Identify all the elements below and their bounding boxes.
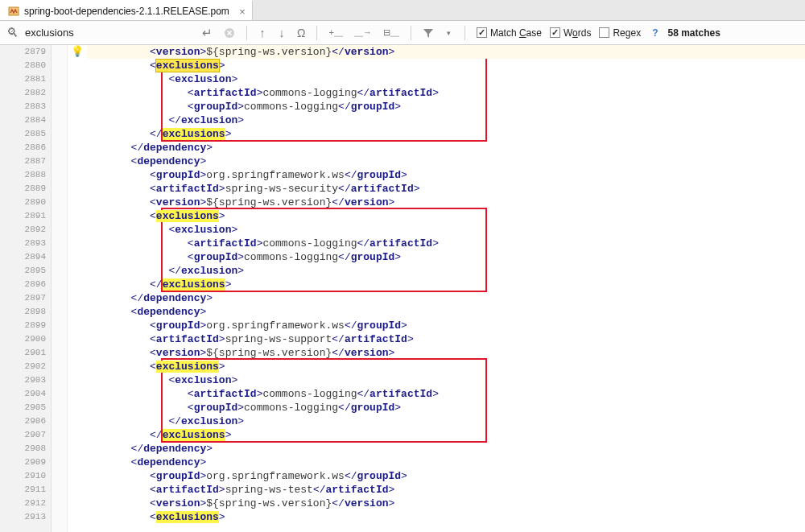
words-checkbox[interactable]: Words [550,27,591,39]
match-case-checkbox[interactable]: Match Case [477,27,542,39]
clear-search-button[interactable] [221,25,238,41]
regex-checkbox[interactable]: Regex [599,27,641,39]
code-line[interactable]: <groupId>org.springframework.ws</groupId… [87,319,805,332]
filter-icon[interactable] [419,25,437,41]
code-line[interactable]: <artifactId>commons-logging</artifactId> [87,237,805,250]
code-line[interactable]: <version>${spring-ws.version}</version> [87,196,805,209]
tab-title: spring-boot-dependencies-2.1.1.RELEASE.p… [24,6,229,17]
code-line[interactable]: </dependency> [87,442,805,456]
search-input[interactable]: exclusions [25,27,194,39]
line-number: 2894 [0,250,46,264]
search-icon: 🔍︎ [6,26,19,39]
checkbox-checked-icon [477,27,487,38]
next-match-button[interactable]: ↓ [275,25,289,41]
svg-rect-0 [9,7,19,15]
add-selection-button[interactable]: +⸏ [325,25,345,41]
code-line[interactable]: <artifactId>commons-logging</artifactId> [87,86,805,100]
code-line[interactable]: <exclusions> [87,59,805,72]
code-line[interactable]: </dependency> [87,141,805,155]
icon-gutter [68,45,87,532]
line-number: 2887 [0,155,46,168]
line-number: 2895 [0,264,46,278]
code-line[interactable]: <version>${spring-ws.version}</version> [87,346,805,360]
line-number: 2902 [0,360,46,373]
line-number: 2885 [0,127,46,141]
line-number: 2899 [0,319,46,332]
code-line[interactable]: <version>${spring-ws.version}</version> [87,45,805,59]
line-number: 2897 [0,291,46,305]
line-number: 2891 [0,209,46,223]
line-number: 2890 [0,196,46,209]
line-number: 2905 [0,401,46,414]
code-line[interactable]: <exclusion> [87,373,805,387]
code-line[interactable]: <exclusion> [87,72,805,86]
line-number: 2896 [0,278,46,291]
code-line[interactable]: <artifactId>commons-logging</artifactId> [87,387,805,401]
code-line[interactable]: <dependency> [87,155,805,168]
line-number: 2906 [0,414,46,428]
divider [411,26,411,40]
code-line[interactable]: </exclusions> [87,127,805,141]
code-line[interactable]: </exclusion> [87,264,805,278]
editor[interactable]: 2879288028812882288328842885288628872888… [0,45,805,532]
code-line[interactable]: <artifactId>spring-ws-security</artifact… [87,182,805,196]
code-line[interactable]: <groupId>commons-logging</groupId> [87,100,805,113]
code-line[interactable]: <groupId>commons-logging</groupId> [87,401,805,414]
code-line[interactable]: <artifactId>spring-ws-test</artifactId> [87,483,805,497]
enter-icon[interactable]: ↵ [199,25,216,41]
checkbox-checked-icon [550,27,560,38]
code-line[interactable]: <dependency> [87,456,805,469]
code-line[interactable]: <groupId>commons-logging</groupId> [87,250,805,264]
code-area[interactable]: <version>${spring-ws.version}</version> … [87,45,805,532]
line-number: 2903 [0,373,46,387]
checkbox-unchecked-icon [599,27,609,38]
line-number: 2889 [0,182,46,196]
line-number: 2911 [0,483,46,497]
line-number: 2910 [0,469,46,483]
code-line[interactable]: <groupId>org.springframework.ws</groupId… [87,469,805,483]
close-icon[interactable]: × [239,6,246,16]
line-number: 2883 [0,100,46,113]
line-number: 2913 [0,510,46,524]
line-number: 2879 [0,45,46,59]
code-line[interactable]: <artifactId>spring-ws-support</artifactI… [87,332,805,346]
code-line[interactable]: <exclusions> [87,510,805,524]
help-icon[interactable]: ? [652,27,658,39]
line-number: 2880 [0,59,46,72]
code-line[interactable]: <version>${spring-ws.version}</version> [87,497,805,510]
code-line[interactable]: <exclusion> [87,223,805,237]
lightbulb-icon[interactable]: 💡 [71,45,84,59]
remove-selection-button[interactable]: ⸏→ [351,25,375,41]
code-line[interactable]: </exclusion> [87,414,805,428]
prev-match-button[interactable]: ↑ [255,25,270,41]
line-number-gutter: 2879288028812882288328842885288628872888… [0,45,52,532]
divider [316,26,317,40]
code-line[interactable]: <groupId>org.springframework.ws</groupId… [87,168,805,182]
code-line[interactable]: <dependency> [87,305,805,319]
line-number: 2901 [0,346,46,360]
exclude-button[interactable]: ⊟⸏ [380,25,402,41]
line-number: 2882 [0,86,46,100]
line-number: 2898 [0,305,46,319]
line-number: 2893 [0,237,46,250]
code-line[interactable]: </exclusions> [87,428,805,442]
match-count: 58 matches [667,27,720,39]
divider [246,26,247,40]
file-maven-icon [8,6,19,17]
fold-gutter [52,45,68,532]
line-number: 2904 [0,387,46,401]
line-number: 2907 [0,428,46,442]
code-line[interactable]: <exclusions> [87,360,805,373]
line-number: 2886 [0,141,46,155]
select-all-occurrences-button[interactable]: Ω [294,25,308,41]
line-number: 2909 [0,456,46,469]
filter-dropdown-icon[interactable]: ▾ [442,25,456,41]
line-number: 2881 [0,72,46,86]
code-line[interactable]: </exclusion> [87,113,805,127]
code-line[interactable]: </exclusions> [87,278,805,291]
divider [464,26,465,40]
line-number: 2892 [0,223,46,237]
code-line[interactable]: <exclusions> [87,209,805,223]
editor-tab[interactable]: spring-boot-dependencies-2.1.1.RELEASE.p… [0,0,253,20]
code-line[interactable]: </dependency> [87,291,805,305]
